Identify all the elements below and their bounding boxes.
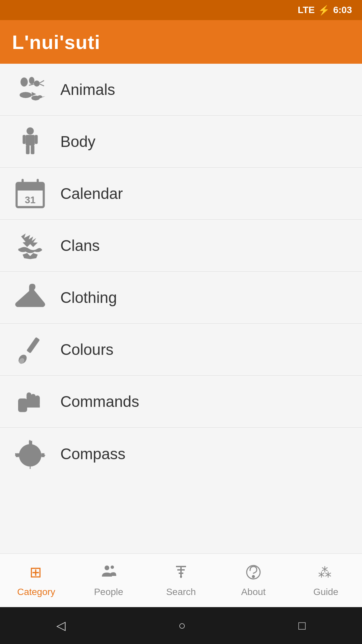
animals-icon xyxy=(10,69,50,110)
nav-about[interactable]: About xyxy=(217,554,290,607)
guide-icon: ⁂ xyxy=(317,564,334,584)
nav-people[interactable]: People xyxy=(72,554,145,607)
about-icon xyxy=(245,564,262,584)
clothing-icon xyxy=(10,277,50,318)
svg-text:31: 31 xyxy=(25,195,36,205)
svg-point-2 xyxy=(34,80,40,87)
list-item[interactable]: Clothing xyxy=(0,272,362,324)
svg-point-46 xyxy=(105,566,109,570)
list-item[interactable]: Body xyxy=(0,116,362,168)
svg-point-7 xyxy=(20,92,32,98)
commands-label: Commands xyxy=(60,392,139,411)
nav-category[interactable]: ⊞ Category xyxy=(0,554,72,607)
body-icon xyxy=(10,121,50,162)
svg-rect-25 xyxy=(26,337,40,354)
clans-label: Clans xyxy=(60,236,100,255)
time-display: 6:03 xyxy=(333,5,352,15)
calendar-icon: 31 xyxy=(10,173,50,214)
recents-button[interactable]: □ xyxy=(298,619,306,633)
search-icon xyxy=(173,564,189,584)
svg-text:⁂: ⁂ xyxy=(318,565,331,580)
svg-point-47 xyxy=(111,566,114,569)
back-button[interactable]: ◁ xyxy=(56,619,66,633)
colours-icon xyxy=(10,329,50,370)
nav-guide[interactable]: ⁂ Guide xyxy=(290,554,362,607)
svg-text:⊞: ⊞ xyxy=(29,564,42,580)
nav-search-label: Search xyxy=(166,587,196,597)
nav-people-label: People xyxy=(94,587,123,597)
svg-point-10 xyxy=(38,95,42,98)
list-item[interactable]: Colours xyxy=(0,324,362,376)
svg-rect-32 xyxy=(18,405,40,408)
battery-icon: ⚡ xyxy=(318,5,330,16)
svg-point-54 xyxy=(252,576,254,578)
status-icons: LTE ⚡ 6:03 xyxy=(298,5,352,16)
svg-marker-8 xyxy=(32,92,37,96)
svg-line-6 xyxy=(40,84,44,86)
home-button[interactable]: ○ xyxy=(178,619,186,633)
list-item[interactable]: N W E Compass xyxy=(0,428,362,480)
svg-point-12 xyxy=(26,127,34,135)
svg-point-0 xyxy=(20,77,28,87)
commands-icon xyxy=(10,381,50,422)
svg-rect-15 xyxy=(35,135,38,144)
svg-rect-17 xyxy=(31,145,35,154)
list-item[interactable]: Commands xyxy=(0,376,362,428)
category-icon: ⊞ xyxy=(28,564,45,584)
android-nav-bar: ◁ ○ □ xyxy=(0,607,362,644)
nav-search[interactable]: Search xyxy=(145,554,217,607)
category-list: Animals Body 31 xyxy=(0,64,362,553)
svg-line-5 xyxy=(40,80,44,83)
status-bar: LTE ⚡ 6:03 xyxy=(0,0,362,20)
app-title: L'nui'suti xyxy=(12,31,100,53)
svg-text:N: N xyxy=(29,441,32,445)
list-item[interactable]: Animals xyxy=(0,64,362,116)
svg-rect-16 xyxy=(26,145,29,154)
calendar-label: Calendar xyxy=(60,184,123,203)
svg-rect-20 xyxy=(17,187,44,191)
people-icon xyxy=(100,564,117,584)
animals-label: Animals xyxy=(60,80,115,99)
nav-about-label: About xyxy=(241,587,265,597)
network-indicator: LTE xyxy=(298,5,315,15)
list-item[interactable]: 31 Calendar xyxy=(0,168,362,220)
svg-rect-30 xyxy=(31,394,36,406)
clothing-label: Clothing xyxy=(60,288,117,307)
svg-rect-31 xyxy=(35,395,40,406)
nav-guide-label: Guide xyxy=(313,587,339,597)
list-item[interactable]: Clans xyxy=(0,220,362,272)
clans-icon xyxy=(10,225,50,266)
svg-rect-29 xyxy=(26,392,31,406)
app-bar: L'nui'suti xyxy=(0,20,362,64)
svg-text:E: E xyxy=(42,453,44,457)
body-label: Body xyxy=(60,132,96,151)
colours-label: Colours xyxy=(60,340,114,359)
nav-category-label: Category xyxy=(17,587,55,597)
svg-rect-14 xyxy=(23,135,26,144)
svg-rect-13 xyxy=(26,135,35,146)
svg-line-4 xyxy=(29,84,34,86)
compass-label: Compass xyxy=(60,445,125,463)
svg-marker-11 xyxy=(42,96,45,98)
svg-text:W: W xyxy=(16,453,19,457)
compass-icon: N W E xyxy=(10,434,50,474)
bottom-nav: ⊞ Category People xyxy=(0,553,362,607)
